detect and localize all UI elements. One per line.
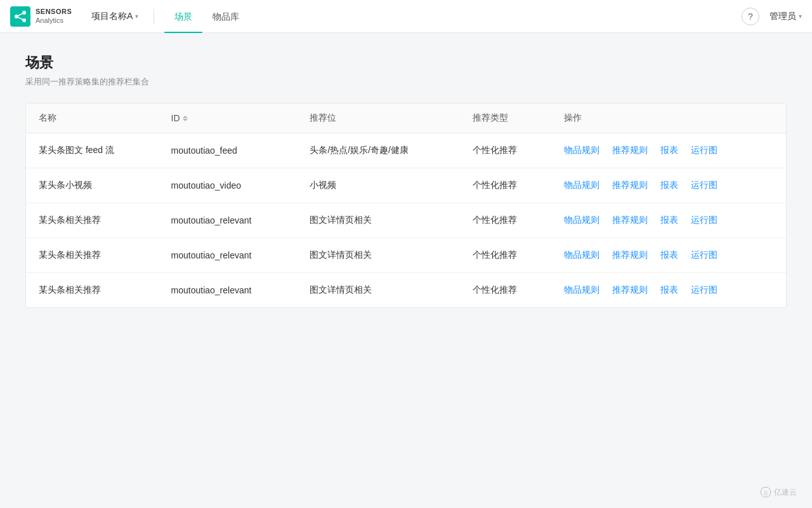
table-header-row: 名称 ID 推荐位 推荐类型 操作 [26, 104, 786, 133]
action-link-报表[interactable]: 报表 [660, 215, 678, 226]
action-link-推荐规则[interactable]: 推荐规则 [612, 215, 648, 226]
action-link-推荐规则[interactable]: 推荐规则 [612, 145, 648, 156]
action-link-报表[interactable]: 报表 [660, 250, 678, 261]
action-link-报表[interactable]: 报表 [660, 145, 678, 156]
cell-id: moutoutiao_relevant [159, 273, 298, 308]
chevron-down-icon: ▾ [135, 13, 138, 20]
admin-label: 管理员 [769, 11, 796, 22]
logo-area: SENSORS Analytics [10, 6, 86, 27]
action-link-推荐规则[interactable]: 推荐规则 [612, 180, 648, 191]
cell-id: moutoutiao_relevant [159, 203, 298, 238]
cell-name: 某头条相关推荐 [26, 273, 159, 308]
cell-actions: 物品规则推荐规则报表运行图 [551, 273, 786, 308]
svg-rect-0 [10, 6, 30, 27]
cell-name: 某头条小视频 [26, 168, 159, 203]
nav-bar: 场景 物品库 [164, 0, 249, 33]
page-subtitle: 采用同一推荐策略集的推荐栏集合 [25, 76, 787, 88]
action-link-物品规则[interactable]: 物品规则 [564, 215, 599, 226]
cell-position: 头条/热点/娱乐/奇趣/健康 [297, 133, 459, 168]
col-header-type: 推荐类型 [460, 104, 551, 133]
cell-id: moutoutiao_feed [159, 133, 298, 168]
cell-type: 个性化推荐 [460, 203, 551, 238]
nav-divider [154, 9, 154, 24]
cell-position: 图文详情页相关 [297, 203, 459, 238]
table-row: 某头条相关推荐moutoutiao_relevant图文详情页相关个性化推荐物品… [26, 203, 786, 238]
cell-name: 某头条图文 feed 流 [26, 133, 159, 168]
logo-text: SENSORS Analytics [36, 8, 72, 24]
nav-item-items[interactable]: 物品库 [202, 0, 249, 33]
main-content: 场景 采用同一推荐策略集的推荐栏集合 名称 ID 推荐 [0, 33, 812, 328]
table-row: 某头条相关推荐moutoutiao_relevant图文详情页相关个性化推荐物品… [26, 238, 786, 273]
cell-type: 个性化推荐 [460, 238, 551, 273]
table-row: 某头条图文 feed 流moutoutiao_feed头条/热点/娱乐/奇趣/健… [26, 133, 786, 168]
action-link-推荐规则[interactable]: 推荐规则 [612, 284, 648, 296]
logo-icon [10, 6, 30, 27]
cell-position: 小视频 [297, 168, 459, 203]
action-link-报表[interactable]: 报表 [660, 284, 678, 296]
sort-down-icon [183, 119, 188, 121]
logo-line2: Analytics [36, 17, 72, 25]
cell-position: 图文详情页相关 [297, 273, 459, 308]
action-link-运行图[interactable]: 运行图 [691, 250, 717, 261]
cell-actions: 物品规则推荐规则报表运行图 [551, 203, 786, 238]
project-name: 项目名称A [91, 11, 133, 22]
cell-type: 个性化推荐 [460, 133, 551, 168]
cell-id: moutoutiao_relevant [159, 238, 298, 273]
page-title: 场景 [25, 53, 787, 72]
admin-button[interactable]: 管理员 ▾ [769, 11, 802, 22]
scenes-table: 名称 ID 推荐位 推荐类型 操作 [26, 104, 786, 307]
action-link-物品规则[interactable]: 物品规则 [564, 284, 599, 296]
nav-item-scenes[interactable]: 场景 [164, 0, 202, 33]
sort-icon[interactable] [183, 116, 188, 121]
action-link-物品规则[interactable]: 物品规则 [564, 250, 599, 261]
action-link-运行图[interactable]: 运行图 [691, 180, 717, 191]
header-right: ? 管理员 ▾ [742, 8, 802, 25]
col-header-position: 推荐位 [297, 104, 459, 133]
project-selector[interactable]: 项目名称A ▾ [86, 8, 143, 25]
action-link-运行图[interactable]: 运行图 [691, 284, 717, 296]
action-link-物品规则[interactable]: 物品规则 [564, 145, 599, 156]
col-header-id[interactable]: ID [159, 104, 298, 133]
cell-actions: 物品规则推荐规则报表运行图 [551, 133, 786, 168]
cell-actions: 物品规则推荐规则报表运行图 [551, 168, 786, 203]
table-row: 某头条小视频moutoutiao_video小视频个性化推荐物品规则推荐规则报表… [26, 168, 786, 203]
col-header-actions: 操作 [551, 104, 786, 133]
table-container: 名称 ID 推荐位 推荐类型 操作 [25, 103, 787, 308]
admin-chevron-icon: ▾ [799, 13, 802, 20]
col-header-name: 名称 [26, 104, 159, 133]
cell-id: moutoutiao_video [159, 168, 298, 203]
cell-name: 某头条相关推荐 [26, 238, 159, 273]
sort-up-icon [183, 116, 188, 118]
action-link-运行图[interactable]: 运行图 [691, 215, 717, 226]
cell-type: 个性化推荐 [460, 168, 551, 203]
action-link-运行图[interactable]: 运行图 [691, 145, 717, 156]
table-body: 某头条图文 feed 流moutoutiao_feed头条/热点/娱乐/奇趣/健… [26, 133, 786, 308]
action-link-推荐规则[interactable]: 推荐规则 [612, 250, 648, 261]
action-link-物品规则[interactable]: 物品规则 [564, 180, 599, 191]
help-icon[interactable]: ? [742, 8, 759, 25]
header: SENSORS Analytics 项目名称A ▾ 场景 物品库 ? 管理员 ▾ [0, 0, 812, 33]
logo-line1: SENSORS [36, 8, 72, 16]
table-row: 某头条相关推荐moutoutiao_relevant图文详情页相关个性化推荐物品… [26, 273, 786, 308]
cell-name: 某头条相关推荐 [26, 203, 159, 238]
cell-position: 图文详情页相关 [297, 238, 459, 273]
cell-type: 个性化推荐 [460, 273, 551, 308]
action-link-报表[interactable]: 报表 [660, 180, 678, 191]
cell-actions: 物品规则推荐规则报表运行图 [551, 238, 786, 273]
